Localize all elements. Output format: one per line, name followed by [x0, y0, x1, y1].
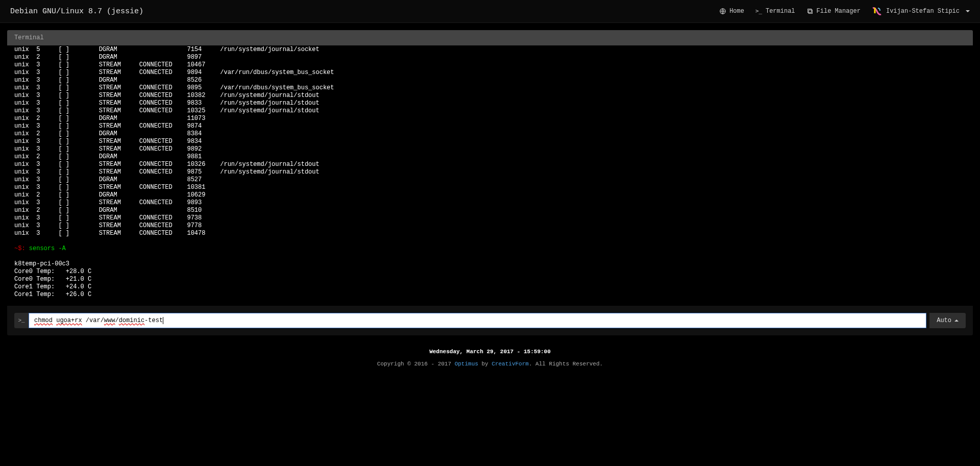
footer: Wednesday, March 29, 2017 - 15:59:00 Cop…: [0, 342, 980, 382]
user-name: Ivijan-Stefan Stipic: [886, 8, 960, 15]
terminal-header: Terminal: [7, 30, 973, 45]
footer-link-optimus[interactable]: Optimus: [455, 361, 478, 367]
command-input[interactable]: chmod ugoa+rx /var/www/dominic-test: [29, 313, 926, 328]
svg-rect-2: [808, 10, 812, 13]
nav-home-label: Home: [729, 8, 744, 15]
user-menu[interactable]: Ivijan-Stefan Stipic: [872, 6, 970, 16]
footer-link-creativform[interactable]: CreativForm: [492, 361, 529, 367]
main-area: Terminal unix 5 [ ] DGRAM 7154 /run/syst…: [0, 23, 980, 342]
auto-button[interactable]: Auto: [929, 313, 966, 328]
os-title: Debian GNU/Linux 8.7 (jessie): [10, 7, 143, 16]
terminal-output[interactable]: unix 5 [ ] DGRAM 7154 /run/systemd/journ…: [7, 45, 973, 306]
command-bar: >_ chmod ugoa+rx /var/www/dominic-test A…: [7, 306, 973, 335]
chevron-up-icon: [954, 320, 959, 322]
command-prompt-icon: >_: [14, 313, 29, 328]
terminal-panel: Terminal unix 5 [ ] DGRAM 7154 /run/syst…: [7, 30, 973, 335]
nav-file-manager[interactable]: File Manager: [806, 8, 861, 15]
terminal-prompt-icon: >_: [755, 8, 763, 15]
svg-rect-1: [807, 9, 811, 13]
nav-terminal[interactable]: >_ Terminal: [755, 8, 795, 15]
globe-icon: [719, 8, 726, 15]
footer-copyright: Copyrigh © 2016 - 2017 Optimus by Creati…: [0, 361, 980, 367]
auto-button-label: Auto: [937, 317, 951, 324]
top-header: Debian GNU/Linux 8.7 (jessie) Home >_ Te…: [0, 0, 980, 23]
copy-icon: [806, 8, 814, 15]
nav-file-manager-label: File Manager: [817, 8, 861, 15]
brand-logo-icon: [872, 6, 882, 16]
chevron-down-icon: [966, 10, 970, 12]
nav-terminal-label: Terminal: [766, 8, 795, 15]
header-nav: Home >_ Terminal File Manager Ivijan-Ste…: [719, 6, 970, 16]
nav-home[interactable]: Home: [719, 8, 744, 15]
footer-datetime: Wednesday, March 29, 2017 - 15:59:00: [0, 349, 980, 355]
